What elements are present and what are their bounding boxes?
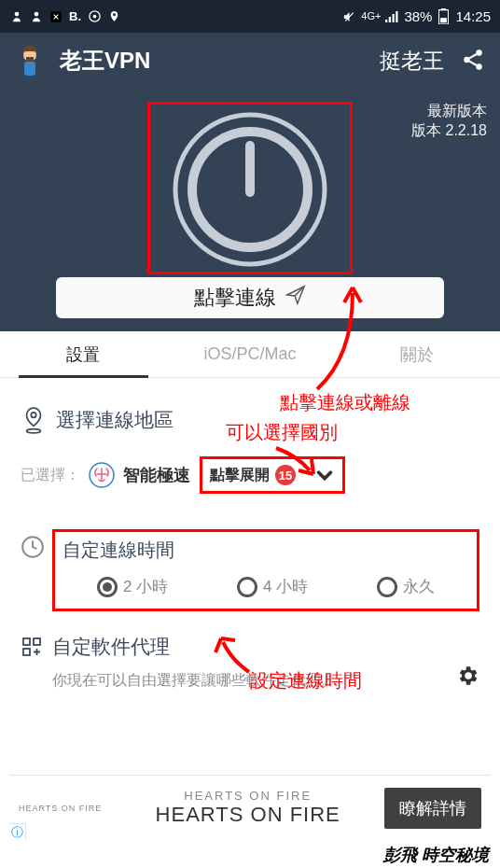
version-info: 最新版本 版本 2.2.18 xyxy=(411,102,487,141)
chevron-down-icon xyxy=(314,465,335,485)
radio-icon xyxy=(97,577,118,597)
svg-rect-6 xyxy=(389,17,391,22)
svg-rect-8 xyxy=(396,11,398,22)
share-icon[interactable] xyxy=(461,48,487,74)
status-left-icons: B. xyxy=(9,9,121,23)
connect-button[interactable]: 點擊連線 xyxy=(56,277,444,318)
notif-icon xyxy=(29,9,43,23)
svg-point-21 xyxy=(27,429,41,433)
tab-about[interactable]: 關於 xyxy=(333,331,500,377)
svg-rect-5 xyxy=(385,20,387,22)
proxy-title: 自定軟件代理 xyxy=(52,634,455,660)
brain-icon xyxy=(88,461,116,489)
hero-area: 最新版本 版本 2.2.18 點擊連線 xyxy=(0,89,500,331)
duration-option-forever[interactable]: 永久 xyxy=(377,576,435,597)
app-header: 老王VPN 挺老王 xyxy=(0,33,500,89)
expand-label: 點擊展開 xyxy=(210,466,270,485)
network-label: 4G+ xyxy=(361,11,381,21)
duration-section: 自定連線時間 2 小時 4 小時 永久 xyxy=(52,529,479,611)
ad-subtitle: HEARTS ON FIRE xyxy=(111,789,384,803)
paper-plane-icon xyxy=(285,285,306,311)
ad-headline: HEARTS ON FIRE xyxy=(111,803,384,827)
version-label: 最新版本 xyxy=(411,102,487,121)
option-label: 2 小時 xyxy=(123,576,168,597)
tab-platforms[interactable]: iOS/PC/Mac xyxy=(167,331,334,377)
mute-icon xyxy=(342,9,356,23)
gear-icon[interactable] xyxy=(455,664,479,688)
svg-rect-7 xyxy=(393,14,395,22)
signal-icon xyxy=(385,9,399,23)
tabs: 設置 iOS/PC/Mac 關於 xyxy=(0,331,500,378)
version-value: 版本 2.2.18 xyxy=(411,121,487,141)
svg-rect-25 xyxy=(34,638,40,645)
connect-label: 點擊連線 xyxy=(194,284,276,312)
location-icon xyxy=(107,9,121,23)
svg-rect-11 xyxy=(441,18,448,22)
battery-icon xyxy=(437,9,451,23)
app-icon: B. xyxy=(68,9,82,23)
radio-icon xyxy=(377,577,397,597)
svg-point-17 xyxy=(476,63,482,70)
svg-point-1 xyxy=(34,11,38,16)
ad-info-icon[interactable]: ⓘ xyxy=(9,823,26,840)
proxy-desc: 你現在可以自由選擇要讓哪些軟件走代理。 xyxy=(52,669,455,692)
svg-point-0 xyxy=(14,11,19,16)
selected-region: 智能極速 xyxy=(123,464,190,486)
option-label: 永久 xyxy=(403,576,435,597)
svg-point-4 xyxy=(93,15,96,18)
selected-label: 已選擇： xyxy=(21,466,80,485)
clock: 14:25 xyxy=(455,8,491,24)
clock-icon xyxy=(21,535,45,559)
option-label: 4 小時 xyxy=(263,576,308,597)
svg-rect-14 xyxy=(26,57,34,62)
duration-title: 自定連線時間 xyxy=(62,538,469,563)
svg-point-20 xyxy=(31,413,35,417)
status-bar: B. 4G+ 38% 14:25 xyxy=(0,0,500,33)
watermark: 彭飛 時空秘境 xyxy=(383,844,489,866)
region-picker[interactable]: 已選擇： 智能極速 點擊展開 15 xyxy=(21,456,479,494)
radio-icon xyxy=(237,577,257,597)
ad-banner[interactable]: ⓘ HEARTS ON FIRE HEARTS ON FIRE HEARTS O… xyxy=(9,775,491,840)
svg-point-15 xyxy=(476,49,482,56)
notif-icon xyxy=(9,9,23,23)
app-icon xyxy=(49,9,62,23)
svg-rect-26 xyxy=(23,649,30,655)
region-section-header: 選擇連線地區 xyxy=(21,406,479,434)
duration-option-4h[interactable]: 4 小時 xyxy=(237,576,308,597)
tab-settings[interactable]: 設置 xyxy=(0,331,167,377)
duration-option-2h[interactable]: 2 小時 xyxy=(97,576,168,597)
ad-cta-button[interactable]: 瞭解詳情 xyxy=(384,788,481,829)
svg-rect-24 xyxy=(23,638,30,645)
power-button[interactable] xyxy=(171,110,329,269)
ad-logo: HEARTS ON FIRE xyxy=(19,804,102,813)
svg-point-16 xyxy=(464,57,470,63)
expand-region-button[interactable]: 點擊展開 15 xyxy=(200,456,345,494)
location-pin-icon xyxy=(21,406,49,434)
avatar-icon xyxy=(13,44,47,77)
support-button[interactable]: 挺老王 xyxy=(380,47,444,76)
region-title: 選擇連線地區 xyxy=(56,407,174,433)
annotation-highlight xyxy=(147,102,353,274)
battery-pct: 38% xyxy=(404,8,432,24)
region-count-badge: 15 xyxy=(275,465,296,485)
app-title: 老王VPN xyxy=(60,46,380,76)
clock-target-icon xyxy=(88,9,102,23)
svg-rect-13 xyxy=(24,62,35,76)
apps-grid-icon xyxy=(21,636,45,660)
